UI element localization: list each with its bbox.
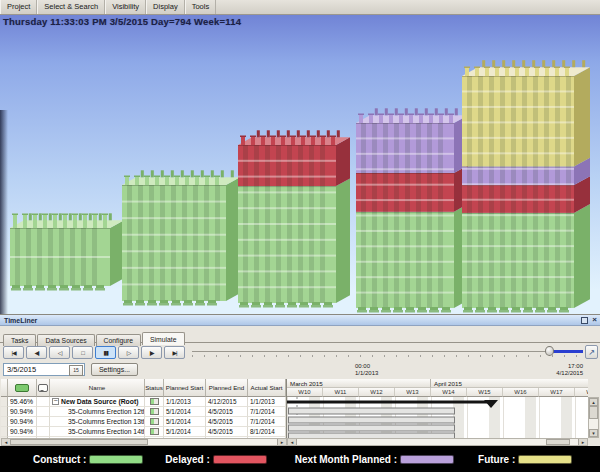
task-progress: 90.94%	[8, 417, 37, 427]
gantt-week-w12: W12	[359, 388, 395, 397]
menu-display[interactable]: Display	[146, 0, 185, 14]
sim-time-overlay: Thursday 11:33:03 PM 3/5/2015 Day=794 We…	[3, 16, 241, 27]
gantt-horizontal-scrollbar[interactable]: ◂ ▸	[287, 438, 588, 446]
scroll-right-icon[interactable]: ▸	[578, 439, 587, 445]
play-button[interactable]: ▷	[118, 346, 139, 359]
collapse-icon[interactable]: −	[52, 398, 59, 405]
gantt-vertical-scrollbar[interactable]: ▴ ▾	[588, 397, 599, 438]
simulate-toolbar: |◀◀|◁□▮▮▷|▶▶| ↗	[0, 344, 600, 361]
scroll-down-icon[interactable]: ▾	[589, 429, 598, 437]
task-comment-cell	[37, 417, 50, 427]
table-horizontal-scrollbar[interactable]: ◂ ▸	[1, 438, 287, 446]
timeliner-panel: TimeLiner × TasksData SourcesConfigureSi…	[0, 314, 600, 446]
play-backwards-button[interactable]: ◁	[49, 346, 70, 359]
simulation-date-row: 3/5/2015 15 Settings... 00:00 1/1/2013 1…	[0, 363, 600, 378]
task-table[interactable]: NameStatusPlanned StartPlanned EndActual…	[1, 379, 287, 438]
status-icon	[150, 418, 159, 425]
timeliner-tabs: TasksData SourcesConfigureSimulate	[0, 328, 600, 343]
legend-swatch-next-month-planned	[400, 455, 454, 464]
building-stage-3[interactable]	[238, 130, 350, 307]
column-header-comment	[37, 379, 50, 397]
status-icon	[150, 408, 159, 415]
task-actual-start: 7/1/2014	[248, 417, 286, 427]
step-back-button[interactable]: ◀|	[26, 346, 47, 359]
settings-button[interactable]: Settings...	[91, 363, 138, 376]
column-header-planned_start: Planned Start	[164, 379, 206, 397]
close-icon[interactable]: ×	[592, 316, 597, 324]
task-name: 35-Columns Erection 12th Level	[50, 407, 145, 417]
gantt-task-bar[interactable]	[289, 417, 455, 423]
timeliner-title: TimeLiner	[4, 317, 37, 324]
timeline-range-start: 00:00 1/1/2013	[355, 363, 378, 377]
step-forward-button[interactable]: |▶	[141, 346, 162, 359]
stop-button[interactable]: □	[72, 346, 93, 359]
row-selector-gutter	[1, 427, 8, 437]
menu-select-search[interactable]: Select & Search	[37, 0, 105, 14]
calendar-picker-icon[interactable]: 15	[69, 365, 83, 376]
legend-next-month-planned: Next Month Planned :	[295, 454, 454, 465]
gantt-task-bar[interactable]	[289, 408, 455, 414]
row-selector-gutter	[1, 407, 8, 417]
export-animation-button[interactable]: ↗	[585, 345, 598, 359]
legend-construct: Construct :	[33, 454, 143, 465]
gantt-bars	[287, 397, 588, 438]
menu-tools[interactable]: Tools	[185, 0, 217, 14]
table-scroll-thumb[interactable]	[10, 439, 148, 445]
menu-project[interactable]: Project	[0, 0, 37, 14]
tab-simulate[interactable]: Simulate	[142, 332, 184, 345]
task-planned-start: 5/1/2014	[164, 417, 206, 427]
legend-label-delayed: Delayed :	[165, 454, 209, 465]
task-name: 35-Columns Erection 13th Level	[50, 417, 145, 427]
pause-button[interactable]: ▮▮	[95, 346, 116, 359]
column-header-progress	[8, 379, 37, 397]
gantt-month-april-2015: April 2015	[431, 379, 588, 388]
table-row[interactable]: 90.94%35-Columns Erection 12th Level5/1/…	[1, 407, 286, 417]
simulation-slider-track[interactable]	[192, 351, 583, 352]
column-header-name: Name	[50, 379, 145, 397]
task-comment-cell	[37, 397, 50, 407]
scroll-up-icon[interactable]: ▴	[589, 398, 598, 406]
table-row[interactable]: 90.94%35-Columns Erection 13th Level5/1/…	[1, 417, 286, 427]
status-icon	[150, 428, 159, 435]
legend-label-future: Future :	[478, 454, 515, 465]
task-progress: 95.46%	[8, 397, 37, 407]
building-stage-5[interactable]	[462, 60, 590, 312]
pin-icon[interactable]	[581, 317, 588, 324]
vertical-scroll-thumb[interactable]	[589, 406, 598, 419]
application-window: ProjectSelect & SearchVisibilityDisplayT…	[0, 0, 600, 472]
table-row[interactable]: 95.46%−New Data Source (Root)1/1/20134/1…	[1, 397, 286, 407]
gantt-chart[interactable]: March 2015April 2015 W10W11W12W13W14W15W…	[287, 379, 588, 438]
scroll-right-icon[interactable]: ▸	[277, 439, 286, 445]
playback-controls: |◀◀|◁□▮▮▷|▶▶|	[3, 346, 185, 359]
viewport-edge-shading	[0, 110, 8, 314]
go-to-end-button[interactable]: ▶|	[164, 346, 185, 359]
export-icon: ↗	[588, 348, 595, 357]
gantt-week-w14: W14	[431, 388, 467, 397]
task-actual-start: 1/1/2013	[248, 397, 286, 407]
scroll-left-icon[interactable]: ◂	[288, 439, 297, 445]
table-row[interactable]: 90.94%35-Columns Erection 14th Level5/1/…	[1, 427, 286, 437]
gantt-week-header: W10W11W12W13W14W15W16W17W18	[287, 388, 588, 397]
progress-date-line	[287, 401, 491, 404]
slider-thumb[interactable]	[545, 346, 554, 356]
gantt-scroll-thumb[interactable]	[546, 439, 570, 445]
legend-label-construct: Construct :	[33, 454, 86, 465]
gantt-week-w13: W13	[395, 388, 431, 397]
gantt-task-bar[interactable]	[289, 425, 455, 431]
viewport-3d[interactable]: Thursday 11:33:03 PM 3/5/2015 Day=794 We…	[0, 15, 600, 314]
menu-bar: ProjectSelect & SearchVisibilityDisplayT…	[0, 0, 600, 15]
simulation-date-input[interactable]: 3/5/2015 15	[3, 363, 85, 376]
go-to-start-button[interactable]: |◀	[3, 346, 24, 359]
building-stage-4[interactable]	[356, 108, 468, 312]
building-stage-1[interactable]	[10, 213, 124, 290]
task-planned-end: 4/5/2015	[206, 417, 248, 427]
legend-swatch-delayed	[213, 455, 267, 464]
timeliner-titlebar[interactable]: TimeLiner ×	[0, 315, 600, 326]
task-status	[145, 427, 164, 437]
task-planned-start: 5/1/2014	[164, 427, 206, 437]
progress-icon	[15, 384, 29, 392]
gantt-month-march-2015: March 2015	[287, 379, 431, 388]
menu-visibility[interactable]: Visibility	[105, 0, 146, 14]
gantt-week-w11: W11	[323, 388, 359, 397]
building-stage-2[interactable]	[122, 170, 240, 305]
